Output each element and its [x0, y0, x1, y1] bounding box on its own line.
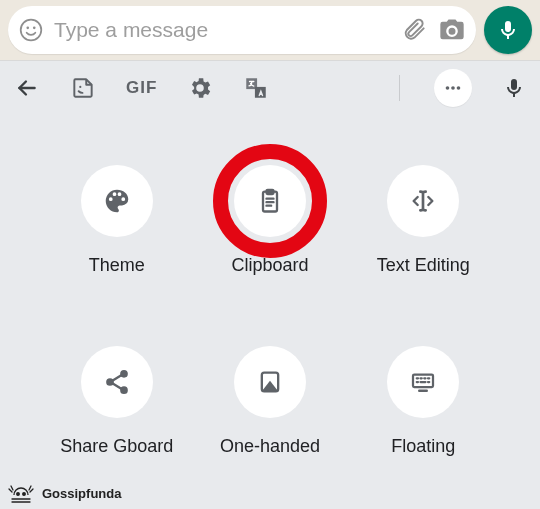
settings-icon[interactable] [187, 75, 213, 101]
tile-clipboard[interactable]: Clipboard [231, 165, 308, 276]
svg-point-10 [107, 379, 112, 384]
palette-icon [102, 186, 132, 216]
mic-icon [496, 18, 520, 42]
message-input[interactable]: Type a message [8, 6, 476, 54]
svg-point-3 [79, 86, 81, 88]
svg-point-9 [121, 371, 126, 376]
svg-point-0 [21, 20, 42, 41]
svg-point-2 [33, 27, 36, 30]
floating-keyboard-icon [408, 367, 438, 397]
tile-theme[interactable]: Theme [81, 165, 153, 276]
voice-typing-icon[interactable] [502, 76, 526, 100]
toolbar-separator [399, 75, 400, 101]
attach-icon[interactable] [402, 17, 428, 43]
more-horizontal-icon [442, 77, 464, 99]
svg-point-5 [451, 86, 455, 90]
emoji-icon[interactable] [18, 17, 44, 43]
keyboard-top-toolbar: GIF [0, 61, 540, 115]
watermark-text: Gossipfunda [42, 486, 121, 501]
voice-message-button[interactable] [484, 6, 532, 54]
svg-point-14 [17, 493, 20, 496]
camera-icon[interactable] [438, 16, 466, 44]
tile-label: Clipboard [231, 255, 308, 276]
tile-text-editing[interactable]: Text Editing [377, 165, 470, 276]
tile-label: Floating [391, 436, 455, 457]
one-handed-icon [256, 368, 284, 396]
svg-point-11 [121, 387, 126, 392]
settings-grid: Theme Clipboard [0, 115, 540, 457]
share-icon [103, 368, 131, 396]
back-icon[interactable] [14, 75, 40, 101]
gif-button[interactable]: GIF [126, 78, 157, 98]
svg-rect-8 [266, 190, 273, 194]
keyboard-panel: GIF [0, 60, 540, 509]
tile-label: One-handed [220, 436, 320, 457]
svg-rect-13 [413, 375, 433, 388]
chat-input-bar: Type a message [0, 0, 540, 60]
svg-point-6 [457, 86, 461, 90]
more-button[interactable] [434, 69, 472, 107]
tile-label: Share Gboard [60, 436, 173, 457]
svg-point-1 [26, 27, 29, 30]
text-cursor-icon [407, 185, 439, 217]
sticker-icon[interactable] [70, 75, 96, 101]
watermark: Gossipfunda [6, 481, 121, 505]
svg-point-4 [446, 86, 450, 90]
clipboard-icon [256, 187, 284, 215]
translate-icon[interactable] [243, 75, 269, 101]
message-placeholder: Type a message [54, 18, 392, 42]
tile-label: Text Editing [377, 255, 470, 276]
tile-share-gboard[interactable]: Share Gboard [60, 346, 173, 457]
tile-one-handed[interactable]: One-handed [220, 346, 320, 457]
tile-floating[interactable]: Floating [387, 346, 459, 457]
svg-point-15 [23, 493, 26, 496]
tile-label: Theme [89, 255, 145, 276]
